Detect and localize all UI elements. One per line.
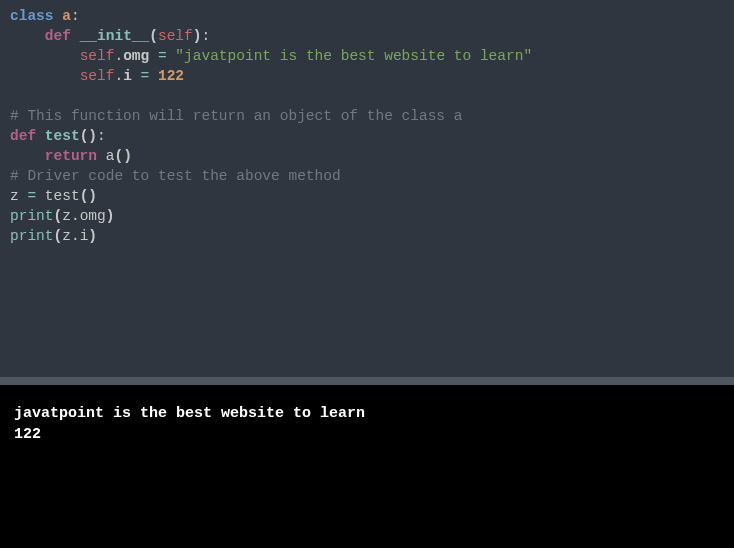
keyword-def: def bbox=[10, 128, 36, 144]
paren-open: ( bbox=[54, 228, 63, 244]
indent bbox=[10, 148, 45, 164]
paren-close: ) bbox=[106, 208, 115, 224]
panel-divider[interactable] bbox=[0, 377, 734, 385]
equals: = bbox=[132, 68, 158, 84]
parens: () bbox=[80, 188, 97, 204]
attr-name: i bbox=[123, 68, 132, 84]
attr-ref: omg bbox=[80, 208, 106, 224]
paren-close: ) bbox=[88, 228, 97, 244]
parens: () bbox=[80, 128, 97, 144]
dot: . bbox=[71, 228, 80, 244]
builtin-print: print bbox=[10, 228, 54, 244]
code-editor[interactable]: class a: def __init__(self): self.omg = … bbox=[0, 0, 734, 377]
comment: # Driver code to test the above method bbox=[10, 168, 341, 184]
paren-open: ( bbox=[149, 28, 158, 44]
keyword-class: class bbox=[10, 8, 54, 24]
dot: . bbox=[114, 48, 123, 64]
dot: . bbox=[114, 68, 123, 84]
self-ref: self bbox=[80, 48, 115, 64]
indent bbox=[10, 48, 80, 64]
self-param: self bbox=[158, 28, 193, 44]
colon: : bbox=[71, 8, 80, 24]
call-name: a bbox=[97, 148, 114, 164]
var-ref: z bbox=[62, 228, 71, 244]
call-name: test bbox=[45, 188, 80, 204]
keyword-return: return bbox=[45, 148, 97, 164]
self-ref: self bbox=[80, 68, 115, 84]
output-console: javatpoint is the best website to learn … bbox=[0, 385, 734, 548]
function-name: __init__ bbox=[80, 28, 150, 44]
number-literal: 122 bbox=[158, 68, 184, 84]
colon: : bbox=[201, 28, 210, 44]
var-name: z bbox=[10, 188, 19, 204]
keyword-def: def bbox=[45, 28, 71, 44]
output-line: 122 bbox=[14, 426, 41, 443]
equals: = bbox=[19, 188, 45, 204]
colon: : bbox=[97, 128, 106, 144]
indent bbox=[10, 68, 80, 84]
indent bbox=[10, 28, 45, 44]
function-name: test bbox=[45, 128, 80, 144]
comment: # This function will return an object of… bbox=[10, 108, 462, 124]
dot: . bbox=[71, 208, 80, 224]
attr-name: omg bbox=[123, 48, 149, 64]
parens: () bbox=[114, 148, 131, 164]
var-ref: z bbox=[62, 208, 71, 224]
equals: = bbox=[149, 48, 175, 64]
string-literal: "javatpoint is the best website to learn… bbox=[175, 48, 532, 64]
paren-open: ( bbox=[54, 208, 63, 224]
output-line: javatpoint is the best website to learn bbox=[14, 405, 365, 422]
class-name: a bbox=[62, 8, 71, 24]
builtin-print: print bbox=[10, 208, 54, 224]
